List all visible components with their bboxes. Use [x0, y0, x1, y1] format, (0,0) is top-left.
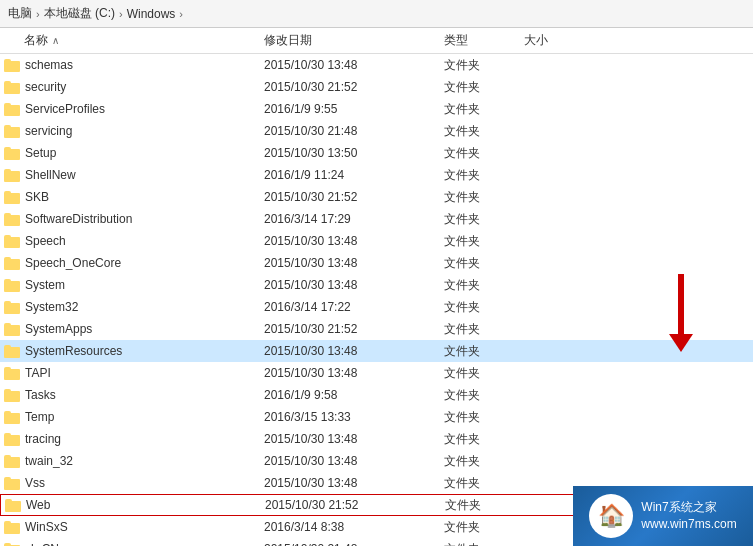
folder-icon — [4, 521, 20, 534]
folder-icon — [4, 367, 20, 380]
table-row[interactable]: SoftwareDistribution 2016/3/14 17:29 文件夹 — [0, 208, 753, 230]
cell-date: 2016/1/9 9:58 — [264, 388, 444, 402]
table-row[interactable]: ShellNew 2016/1/9 11:24 文件夹 — [0, 164, 753, 186]
table-row[interactable]: SystemApps 2015/10/30 21:52 文件夹 — [0, 318, 753, 340]
folder-icon — [4, 411, 20, 424]
table-row[interactable]: ServiceProfiles 2016/1/9 9:55 文件夹 — [0, 98, 753, 120]
cell-name: ServiceProfiles — [4, 102, 264, 116]
table-row[interactable]: SKB 2015/10/30 21:52 文件夹 — [0, 186, 753, 208]
file-name-label: tracing — [25, 432, 61, 446]
cell-type: 文件夹 — [444, 409, 524, 426]
file-name-label: System32 — [25, 300, 78, 314]
folder-icon — [4, 477, 20, 490]
red-arrow-head — [669, 334, 693, 352]
file-name-label: TAPI — [25, 366, 51, 380]
col-header-date[interactable]: 修改日期 — [264, 32, 444, 49]
cell-date: 2015/10/30 13:50 — [264, 146, 444, 160]
cell-date: 2016/3/14 8:38 — [264, 520, 444, 534]
cell-date: 2016/1/9 9:55 — [264, 102, 444, 116]
col-header-type[interactable]: 类型 — [444, 32, 524, 49]
cell-date: 2015/10/30 13:48 — [264, 234, 444, 248]
cell-type: 文件夹 — [444, 365, 524, 382]
cell-date: 2015/10/30 13:48 — [264, 476, 444, 490]
breadcrumb-sep-2: › — [119, 8, 123, 20]
folder-icon — [4, 81, 20, 94]
explorer-window: 电脑 › 本地磁盘 (C:) › Windows › 名称 ∧ 修改日期 类型 … — [0, 0, 753, 546]
file-name-label: servicing — [25, 124, 72, 138]
cell-type: 文件夹 — [444, 101, 524, 118]
file-list[interactable]: schemas 2015/10/30 13:48 文件夹 security 20… — [0, 54, 753, 546]
watermark: 🏠 Win7系统之家 www.win7ms.com — [573, 486, 753, 546]
col-header-size[interactable]: 大小 — [524, 32, 604, 49]
folder-icon — [4, 323, 20, 336]
file-name-label: SystemResources — [25, 344, 122, 358]
folder-icon — [5, 499, 21, 512]
cell-type: 文件夹 — [444, 299, 524, 316]
cell-name: System32 — [4, 300, 264, 314]
cell-name: Vss — [4, 476, 264, 490]
cell-date: 2015/10/30 21:52 — [264, 190, 444, 204]
folder-icon — [4, 455, 20, 468]
table-row[interactable]: Setup 2015/10/30 13:50 文件夹 — [0, 142, 753, 164]
file-name-label: zh-CN — [25, 542, 59, 546]
cell-date: 2016/3/14 17:29 — [264, 212, 444, 226]
table-row[interactable]: servicing 2015/10/30 21:48 文件夹 — [0, 120, 753, 142]
breadcrumb-computer[interactable]: 电脑 — [8, 5, 32, 22]
folder-icon — [4, 257, 20, 270]
breadcrumb-drive[interactable]: 本地磁盘 (C:) — [44, 5, 115, 22]
folder-icon — [4, 433, 20, 446]
table-row[interactable]: System 2015/10/30 13:48 文件夹 — [0, 274, 753, 296]
cell-date: 2016/1/9 11:24 — [264, 168, 444, 182]
breadcrumb-windows[interactable]: Windows — [127, 7, 176, 21]
file-name-label: Vss — [25, 476, 45, 490]
breadcrumb-sep-3: › — [179, 8, 183, 20]
table-row[interactable]: System32 2016/3/14 17:22 文件夹 — [0, 296, 753, 318]
cell-name: Temp — [4, 410, 264, 424]
table-row[interactable]: Speech_OneCore 2015/10/30 13:48 文件夹 — [0, 252, 753, 274]
file-name-label: WinSxS — [25, 520, 68, 534]
file-name-label: twain_32 — [25, 454, 73, 468]
address-bar: 电脑 › 本地磁盘 (C:) › Windows › — [0, 0, 753, 28]
cell-date: 2015/10/30 13:48 — [264, 58, 444, 72]
folder-icon — [4, 279, 20, 292]
sort-arrow-icon: ∧ — [52, 35, 59, 46]
folder-icon — [4, 59, 20, 72]
cell-type: 文件夹 — [444, 387, 524, 404]
cell-name: SystemApps — [4, 322, 264, 336]
table-row[interactable]: TAPI 2015/10/30 13:48 文件夹 — [0, 362, 753, 384]
file-name-label: SoftwareDistribution — [25, 212, 132, 226]
red-down-arrow — [669, 274, 693, 352]
cell-type: 文件夹 — [444, 541, 524, 547]
table-row[interactable]: tracing 2015/10/30 13:48 文件夹 — [0, 428, 753, 450]
cell-date: 2015/10/30 13:48 — [264, 366, 444, 380]
file-name-label: SystemApps — [25, 322, 92, 336]
file-name-label: Speech_OneCore — [25, 256, 121, 270]
cell-date: 2016/3/15 13:33 — [264, 410, 444, 424]
watermark-line1: Win7系统之家 — [641, 499, 736, 516]
table-row[interactable]: security 2015/10/30 21:52 文件夹 — [0, 76, 753, 98]
col-header-name[interactable]: 名称 ∧ — [4, 32, 264, 49]
table-row[interactable]: Temp 2016/3/15 13:33 文件夹 — [0, 406, 753, 428]
cell-name: security — [4, 80, 264, 94]
cell-type: 文件夹 — [444, 79, 524, 96]
cell-name: SKB — [4, 190, 264, 204]
cell-type: 文件夹 — [444, 519, 524, 536]
table-row[interactable]: twain_32 2015/10/30 13:48 文件夹 — [0, 450, 753, 472]
cell-type: 文件夹 — [444, 431, 524, 448]
table-row[interactable]: Tasks 2016/1/9 9:58 文件夹 — [0, 384, 753, 406]
file-name-label: SKB — [25, 190, 49, 204]
cell-type: 文件夹 — [444, 167, 524, 184]
cell-name: TAPI — [4, 366, 264, 380]
cell-name: twain_32 — [4, 454, 264, 468]
table-row[interactable]: SystemResources 2015/10/30 13:48 文件夹 — [0, 340, 753, 362]
cell-name: servicing — [4, 124, 264, 138]
cell-type: 文件夹 — [444, 475, 524, 492]
folder-icon — [4, 345, 20, 358]
table-row[interactable]: Speech 2015/10/30 13:48 文件夹 — [0, 230, 753, 252]
file-name-label: Setup — [25, 146, 56, 160]
table-row[interactable]: schemas 2015/10/30 13:48 文件夹 — [0, 54, 753, 76]
file-list-container: schemas 2015/10/30 13:48 文件夹 security 20… — [0, 54, 753, 546]
cell-type: 文件夹 — [444, 453, 524, 470]
cell-name: System — [4, 278, 264, 292]
folder-icon — [4, 191, 20, 204]
